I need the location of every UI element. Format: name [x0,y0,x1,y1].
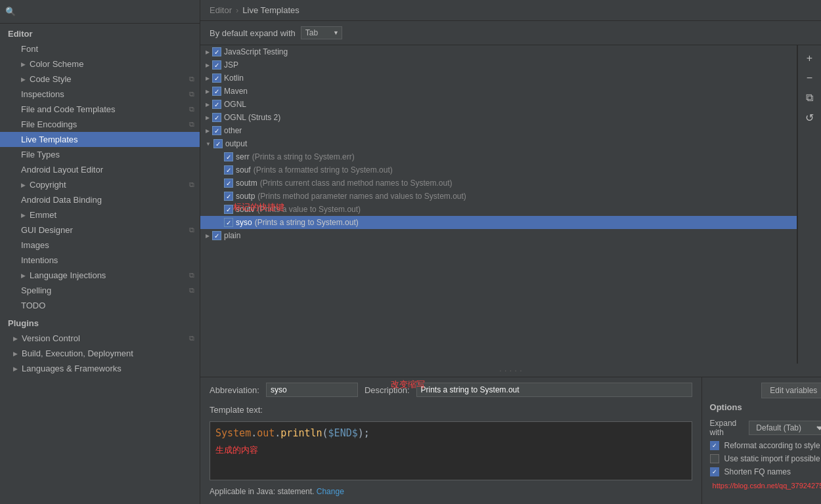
item-soutv-desc: (Prints a value to System.out) [257,205,361,214]
group-js-testing[interactable]: ▶ JavaScript Testing [200,45,797,58]
template-item-soutp[interactable]: soutp (Prints method parameter names and… [200,190,797,203]
cb-plain[interactable] [212,231,221,240]
sidebar-item-live-templates[interactable]: Live Templates [0,132,200,147]
sidebar-item-color-scheme[interactable]: ▶ Color Scheme [0,56,200,72]
right-toolbar: + − ⧉ ↺ [797,45,821,364]
middle-content: ▶ JavaScript Testing ▶ JSP ▶ Kotlin [200,45,821,364]
breadcrumb: Editor › Live Templates [200,0,821,21]
cb-shorten-fq[interactable] [710,467,719,476]
applicable-change-link[interactable]: Change [317,487,344,496]
expand-with-select[interactable]: Tab Enter Space [301,26,342,39]
template-item-soutm[interactable]: soutm (Prints current class and method n… [200,177,797,190]
expand-icon-build-execution: ▶ [13,350,18,357]
template-item-serr[interactable]: serr (Prints a string to System.err) [200,150,797,163]
editor-section-header: Editor [0,24,200,41]
cb-ognl-struts[interactable] [212,113,221,122]
content-area: Editor › Live Templates By default expan… [200,0,821,504]
template-item-soutv[interactable]: soutv (Prints a value to System.out) [200,203,797,216]
sidebar-item-file-encodings[interactable]: File Encodings ⧉ [0,117,200,132]
cb-soutv[interactable] [224,205,233,214]
sidebar-item-images[interactable]: Images [0,238,200,253]
expand-icon-kotlin: ▶ [206,75,210,81]
group-maven[interactable]: ▶ Maven [200,85,797,98]
cb-soutm[interactable] [224,178,233,188]
syso-annotation-area: 标记的快捷键 syso (Prints a string to System.o… [200,216,797,229]
sidebar-item-android-data-binding[interactable]: Android Data Binding [0,192,200,207]
expand-icon-maven: ▶ [206,89,210,94]
sidebar-item-file-code-templates[interactable]: File and Code Templates ⧉ [0,102,200,117]
template-text-area[interactable]: System.out.println($END$); 生成的内容 [210,421,692,480]
item-serr-desc: (Prints a string to System.err) [252,152,355,161]
group-jsp[interactable]: ▶ JSP [200,58,797,72]
item-soutm-desc: (Prints current class and method names t… [260,178,453,188]
cb-ognl[interactable] [212,100,221,109]
cb-syso[interactable] [224,218,233,227]
cb-reformat[interactable] [710,441,719,450]
group-ognl[interactable]: ▶ OGNL [200,98,797,111]
sidebar-item-inspections[interactable]: Inspections ⧉ [0,87,200,102]
search-bar: 🔍 [0,0,200,24]
cb-souf[interactable] [224,165,233,175]
fields-row: Abbreviation: Description: [210,383,692,397]
abbreviation-label: Abbreviation: [210,385,259,395]
cb-serr[interactable] [224,152,233,161]
item-serr-label: serr [236,152,250,161]
cb-kotlin[interactable] [212,74,221,83]
description-input[interactable] [416,383,692,397]
expand-with-options-select[interactable]: Default (Tab) Tab Enter Space [749,421,821,435]
template-item-syso[interactable]: syso (Prints a string to System.out) [200,216,797,229]
expand-icon-js-testing: ▶ [206,49,210,55]
sidebar-item-emmet[interactable]: ▶ Emmet [0,207,200,222]
bottom-section: 改变缩写 Abbreviation: Description: Template… [200,377,821,504]
group-plain[interactable]: ▶ plain [200,229,797,242]
code-dot2: . [275,427,280,439]
group-other[interactable]: ▶ other [200,124,797,137]
sidebar-item-build-execution[interactable]: ▶ Build, Execution, Deployment [0,346,200,361]
cb-other[interactable] [212,126,221,135]
sidebar-item-font-label: Font [21,44,38,54]
sidebar-item-font[interactable]: Font [0,41,200,56]
cb-jsp[interactable] [212,60,221,70]
add-button[interactable]: + [802,51,818,66]
sidebar-item-spelling[interactable]: Spelling ⧉ [0,283,200,298]
remove-button[interactable]: − [802,70,818,86]
reformat-row: Reformat according to style [710,441,821,450]
bottom-top-row: Abbreviation: Description: Template text… [200,377,821,504]
search-input[interactable] [18,5,195,18]
sidebar-item-copyright[interactable]: ▶ Copyright ⧉ [0,177,200,192]
group-ognl-struts[interactable]: ▶ OGNL (Struts 2) [200,111,797,124]
expand-with-row: By default expand with Tab Enter Space [200,21,821,45]
code-semicolon: ; [364,427,370,439]
sidebar-item-language-injections[interactable]: ▶ Language Injections ⧉ [0,268,200,283]
sidebar-item-language-injections-label: Language Injections [30,270,106,280]
sidebar-item-gui-designer[interactable]: GUI Designer ⧉ [0,222,200,238]
group-output[interactable]: ▼ output [200,137,797,150]
group-kotlin[interactable]: ▶ Kotlin [200,72,797,85]
item-souf-desc: (Prints a formatted string to System.out… [254,165,393,175]
copy-icon-code-style: ⧉ [189,75,194,83]
sidebar-item-android-layout-editor[interactable]: Android Layout Editor [0,162,200,177]
code-paren-open: ( [322,427,328,439]
cb-js-testing[interactable] [212,47,221,56]
cb-static-import[interactable] [710,454,719,463]
sidebar-item-intentions[interactable]: Intentions [0,253,200,268]
cb-output[interactable] [213,139,223,148]
annotation-text-3: 生成的内容 [215,444,258,456]
abbreviation-input[interactable] [266,383,358,397]
copy-icon-version-control: ⧉ [189,334,194,343]
copy-icon-gui-designer: ⧉ [189,226,194,234]
cb-maven[interactable] [212,87,221,96]
sidebar-item-code-style[interactable]: ▶ Code Style ⧉ [0,72,200,87]
template-item-souf[interactable]: souf (Prints a formatted string to Syste… [200,163,797,177]
sidebar-item-todo[interactable]: TODO [0,298,200,313]
sidebar-item-version-control[interactable]: ▶ Version Control ⧉ [0,331,200,346]
group-plain-label: plain [224,231,240,240]
sidebar-item-file-types[interactable]: File Types [0,147,200,162]
edit-variables-button[interactable]: Edit variables [761,383,821,398]
reset-button[interactable]: ↺ [802,110,818,125]
expand-with-options-row: Expand with Default (Tab) Tab Enter Spac… [710,419,821,437]
item-soutv-label: soutv [236,205,255,214]
copy-button[interactable]: ⧉ [802,90,818,106]
cb-soutp[interactable] [224,192,233,201]
sidebar-item-languages-frameworks[interactable]: ▶ Languages & Frameworks [0,361,200,376]
